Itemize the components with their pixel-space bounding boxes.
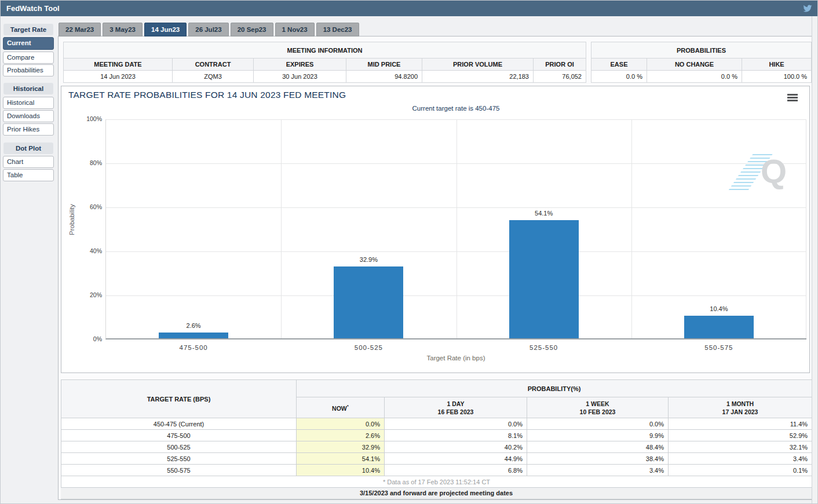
table-row: 550-575 10.4% 6.8% 3.4% 0.1%: [61, 465, 812, 476]
meeting-information-table: MEETING INFORMATION MEETING DATE CONTRAC…: [63, 42, 586, 83]
bar-475-500[interactable]: [159, 333, 228, 338]
sidebar-item-chart[interactable]: Chart: [3, 156, 54, 168]
watermark-q: Q: [761, 153, 787, 190]
week-label: 1 WEEK: [527, 400, 668, 408]
data-as-of-footnote: * Data as of 17 Feb 2023 11:52:14 CT: [61, 476, 812, 488]
projected-dates-note: 3/15/2023 and forward are projected meet…: [61, 488, 812, 499]
sidebar-item-downloads[interactable]: Downloads: [3, 110, 54, 122]
prior-oi-value: 76,052: [534, 71, 586, 83]
month-value: 0.1%: [669, 465, 812, 476]
table-row: 500-525 32.9% 40.2% 48.4% 32.1%: [61, 441, 812, 453]
sidebar-item-historical[interactable]: Historical: [3, 97, 54, 109]
sidebar-item-current[interactable]: Current: [3, 37, 54, 50]
tab-3may23[interactable]: 3 May23: [103, 23, 143, 36]
week-value: 38.4%: [527, 453, 669, 465]
day-value: 0.0%: [385, 418, 527, 430]
sidebar-item-compare[interactable]: Compare: [3, 52, 54, 64]
sidebar-item-prior-hikes[interactable]: Prior Hikes: [3, 123, 54, 136]
col-ease: EASE: [591, 59, 647, 71]
rate-label: 550-575: [61, 465, 297, 476]
tab-1nov23[interactable]: 1 Nov23: [275, 23, 315, 36]
probability-detail-table: TARGET RATE (BPS) PROBABILITY(%) NOW* 1 …: [61, 379, 812, 488]
col-no-change: NO CHANGE: [647, 59, 742, 71]
ytick-60: 60%: [72, 203, 102, 210]
expires-value: 30 Jun 2023: [254, 71, 346, 83]
table-row: 450-475 (Current) 0.0% 0.0% 0.0% 11.4%: [61, 418, 812, 430]
tab-20sep23[interactable]: 20 Sep23: [231, 23, 273, 36]
ytick-20: 20%: [72, 291, 102, 298]
sidebar-header-dot-plot: Dot Plot: [3, 143, 53, 154]
xtick-525-550: 525-550: [509, 344, 579, 351]
table-row: 475-500 2.6% 8.1% 9.9% 52.9%: [61, 430, 812, 441]
rate-label: 525-550: [61, 453, 297, 465]
sidebar-header-historical: Historical: [3, 83, 53, 94]
tab-14jun23[interactable]: 14 Jun23: [144, 23, 187, 36]
day-value: 6.8%: [385, 465, 527, 476]
tab-13dec23[interactable]: 13 Dec23: [316, 23, 359, 36]
no-change-value: 0.0 %: [647, 71, 742, 83]
meeting-tabs: 22 Mar23 3 May23 14 Jun23 26 Jul23 20 Se…: [59, 23, 359, 36]
table-row: 525-550 54.1% 44.9% 38.4% 3.4%: [61, 453, 812, 465]
hike-value: 100.0 %: [742, 71, 812, 83]
col-hike: HIKE: [742, 59, 812, 71]
now-value: 2.6%: [297, 430, 385, 441]
ytick-0: 0%: [72, 335, 102, 342]
bar-group-525-550: 54.1%: [509, 119, 579, 338]
y-axis-label: Probability: [68, 217, 75, 235]
chart-title: TARGET RATE PROBABILITIES FOR 14 JUN 202…: [68, 90, 346, 100]
now-value: 10.4%: [297, 465, 385, 476]
bar-value-label: 54.1%: [535, 210, 553, 217]
gridline-v: [281, 119, 282, 338]
prior-volume-value: 22,183: [422, 71, 534, 83]
week-value: 48.4%: [527, 441, 669, 453]
col-prior-volume: PRIOR VOLUME: [422, 59, 534, 71]
gridline-v: [457, 119, 457, 338]
bar-550-575[interactable]: [684, 316, 754, 338]
plot-area: Q 2.6% 32.9% 54.1% 10.4% 475-500 500-525…: [105, 119, 806, 339]
bar-group-550-575: 10.4%: [684, 119, 754, 338]
bar-value-label: 2.6%: [187, 322, 201, 329]
ytick-80: 80%: [72, 159, 102, 166]
week-value: 0.0%: [527, 418, 669, 430]
col-expires: EXPIRES: [254, 59, 346, 71]
week-value: 9.9%: [527, 430, 669, 441]
now-value: 32.9%: [297, 441, 385, 453]
probabilities-title: PROBABILITIES: [591, 42, 812, 59]
day-date: 16 FEB 2023: [385, 408, 527, 416]
col-header-1week: 1 WEEK10 FEB 2023: [527, 397, 669, 418]
day-label: 1 DAY: [385, 400, 527, 408]
month-label: 1 MONTH: [669, 400, 812, 408]
col-header-1month: 1 MONTH17 JAN 2023: [669, 397, 812, 418]
col-contract: CONTRACT: [173, 59, 254, 71]
gridline-v: [631, 119, 632, 338]
col-meeting-date: MEETING DATE: [64, 59, 173, 71]
col-header-1day: 1 DAY16 FEB 2023: [385, 397, 527, 418]
bar-500-525[interactable]: [334, 266, 403, 338]
group-header-probability: PROBABILITY(%): [297, 380, 812, 397]
tab-26jul23[interactable]: 26 Jul23: [188, 23, 228, 36]
bar-value-label: 10.4%: [710, 305, 728, 312]
day-value: 40.2%: [385, 441, 527, 453]
sidebar-item-table[interactable]: Table: [3, 169, 54, 181]
rate-label: 475-500: [61, 430, 297, 441]
bar-value-label: 32.9%: [360, 256, 378, 263]
day-value: 8.1%: [385, 430, 527, 441]
tab-22mar23[interactable]: 22 Mar23: [59, 23, 101, 36]
week-value: 3.4%: [527, 465, 669, 476]
month-value: 3.4%: [669, 453, 812, 465]
meeting-date-value: 14 Jun 2023: [64, 71, 173, 83]
twitter-icon[interactable]: [802, 4, 813, 13]
xtick-500-525: 500-525: [334, 344, 403, 351]
gridline-v: [806, 119, 806, 338]
hamburger-menu-icon[interactable]: [787, 94, 798, 103]
col-header-now: NOW*: [297, 397, 385, 418]
month-date: 17 JAN 2023: [669, 408, 812, 416]
bar-525-550[interactable]: [509, 220, 579, 338]
sidebar-item-probabilities[interactable]: Probabilities: [3, 64, 54, 76]
col-prior-oi: PRIOR OI: [534, 59, 586, 71]
month-value: 52.9%: [669, 430, 812, 441]
top-bar: FedWatch Tool: [1, 1, 818, 16]
now-value: 0.0%: [297, 418, 385, 430]
scrollbar-track[interactable]: [812, 16, 817, 504]
contract-value: ZQM3: [173, 71, 254, 83]
